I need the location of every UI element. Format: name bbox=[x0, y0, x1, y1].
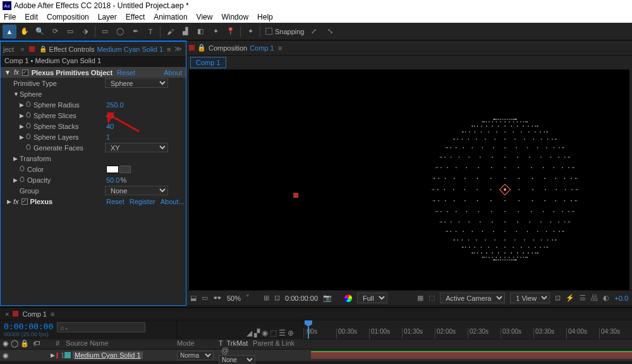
reset-exposure-icon[interactable]: ◐ bbox=[603, 294, 609, 302]
stopwatch-icon[interactable]: Ö bbox=[26, 112, 33, 119]
lock-col-icon[interactable]: 🔒 bbox=[20, 339, 29, 349]
twirl-icon[interactable]: ▶ bbox=[7, 198, 13, 205]
menu-edit[interactable]: Edit bbox=[25, 13, 38, 21]
twirl-icon[interactable]: ▶ bbox=[20, 102, 26, 108]
snapshot-icon[interactable]: 📷 bbox=[323, 294, 332, 302]
generate-faces-select[interactable]: XY bbox=[105, 143, 168, 152]
sphere-stacks-value[interactable]: 40 bbox=[105, 123, 186, 130]
reset-link[interactable]: Reset bbox=[106, 198, 125, 205]
layer-track[interactable] bbox=[310, 349, 632, 361]
effect-controls-layer[interactable]: Medium Cyan Solid 1 bbox=[97, 46, 164, 53]
tab-menu-icon[interactable]: ≡ bbox=[167, 46, 171, 53]
panel-menu-icon[interactable]: ≫ bbox=[174, 45, 182, 53]
ellipse-tool-icon[interactable]: ◯ bbox=[113, 25, 127, 39]
stopwatch-icon[interactable]: Ö bbox=[20, 176, 27, 183]
snap-edge-icon[interactable]: ⤢ bbox=[307, 25, 321, 39]
twirl-icon[interactable]: ▶ bbox=[13, 155, 20, 162]
local-axis-icon[interactable]: ✦ bbox=[243, 25, 257, 39]
view-count-select[interactable]: 1 View bbox=[510, 293, 550, 303]
twirl-icon[interactable]: ▶ bbox=[20, 112, 26, 119]
menu-layer[interactable]: Layer bbox=[98, 13, 117, 21]
effect-header-plexus-primitives[interactable]: ▼ fx ✓ Plexus Primitives Object Reset Ab… bbox=[1, 67, 186, 78]
search-input[interactable] bbox=[57, 322, 145, 332]
puppet-tool-icon[interactable]: 📍 bbox=[224, 25, 238, 39]
frame-blend-icon[interactable]: ▞ bbox=[254, 329, 260, 337]
timeline-tab[interactable]: Comp 1 bbox=[22, 310, 47, 318]
fast-preview-icon[interactable]: ⚡ bbox=[566, 294, 574, 302]
camera-select[interactable]: Active Camera bbox=[440, 293, 505, 303]
show-hide-icon[interactable]: ⊕ bbox=[288, 329, 294, 337]
opacity-value[interactable]: 50.0 bbox=[106, 176, 119, 184]
transparency-grid-icon[interactable]: ▦ bbox=[417, 294, 423, 302]
orbit-tool-icon[interactable]: ⟳ bbox=[48, 25, 62, 39]
eye-icon[interactable]: ◉ bbox=[3, 339, 9, 349]
grid-button-icon[interactable]: ⊞ bbox=[264, 294, 269, 302]
zoom-tool-icon[interactable]: 🔍 bbox=[33, 25, 47, 39]
magnify-icon[interactable]: ⬓ bbox=[190, 294, 197, 302]
motion-blur-icon[interactable]: ◉ bbox=[262, 329, 268, 337]
shy-icon[interactable]: ◢ bbox=[246, 329, 252, 337]
label-color[interactable] bbox=[56, 353, 58, 358]
stopwatch-icon[interactable]: Ö bbox=[26, 123, 33, 130]
eyedropper-icon[interactable] bbox=[119, 166, 131, 173]
stopwatch-icon[interactable]: Ö bbox=[20, 166, 27, 173]
eraser-tool-icon[interactable]: ◧ bbox=[193, 25, 207, 39]
roto-tool-icon[interactable]: ✦ bbox=[209, 25, 222, 39]
menu-view[interactable]: View bbox=[197, 13, 213, 21]
lock-icon[interactable]: 🔒 bbox=[197, 44, 206, 52]
menu-effect[interactable]: Effect bbox=[126, 13, 145, 21]
chevron-down-icon[interactable]: ˅ bbox=[246, 294, 250, 302]
stopwatch-icon[interactable]: Ö bbox=[26, 101, 33, 108]
group-select[interactable]: None bbox=[105, 186, 168, 195]
visibility-toggle[interactable]: ◉ bbox=[3, 351, 9, 360]
selection-tool-icon[interactable]: ▲ bbox=[3, 25, 16, 39]
effect-enabled-checkbox[interactable]: ✓ bbox=[22, 70, 28, 76]
zoom-value[interactable]: 50% bbox=[227, 294, 241, 302]
snap-collapse-icon[interactable]: ⤡ bbox=[324, 25, 337, 39]
composition-tab-name[interactable]: Comp 1 bbox=[250, 44, 274, 52]
flowchart-icon[interactable]: 品 bbox=[591, 293, 598, 303]
comp-tab[interactable]: Comp 1 bbox=[190, 57, 226, 68]
tab-menu-icon[interactable]: ≡ bbox=[278, 44, 282, 52]
guides-icon[interactable]: ⊡ bbox=[274, 294, 280, 302]
twirl-icon[interactable]: ▶ bbox=[51, 352, 55, 358]
composition-viewer[interactable] bbox=[189, 70, 629, 290]
snapping-checkbox[interactable] bbox=[265, 28, 272, 35]
mask-icon[interactable]: 👓 bbox=[213, 294, 222, 302]
current-time[interactable]: 0:00:00:00 bbox=[285, 294, 318, 302]
menu-file[interactable]: File bbox=[4, 13, 16, 21]
twirl-icon[interactable]: ▶ bbox=[20, 134, 26, 140]
primitive-type-select[interactable]: Sphere bbox=[105, 78, 168, 88]
pen-tool-icon[interactable]: ✒ bbox=[128, 25, 142, 39]
camera-tool-icon[interactable]: ▭ bbox=[63, 25, 77, 39]
blend-mode-select[interactable]: Norma bbox=[177, 351, 214, 360]
hand-tool-icon[interactable]: ✋ bbox=[18, 25, 32, 39]
3d-view-icon[interactable]: ⬚ bbox=[428, 294, 435, 302]
resolution-select[interactable]: Full bbox=[357, 293, 387, 303]
project-tab-stub[interactable]: ject bbox=[3, 46, 14, 53]
brush-tool-icon[interactable]: 🖌 bbox=[163, 25, 177, 39]
twirl-icon[interactable]: ▼ bbox=[4, 69, 11, 76]
stopwatch-icon[interactable]: Ö bbox=[26, 133, 33, 140]
menu-composition[interactable]: Composition bbox=[47, 13, 89, 21]
draft-3d-icon[interactable]: ☰ bbox=[279, 329, 286, 337]
menu-help[interactable]: Help bbox=[257, 13, 273, 21]
pixel-aspect-icon[interactable]: ⊡ bbox=[555, 294, 561, 302]
register-link[interactable]: Register bbox=[130, 198, 155, 205]
channel-icon[interactable] bbox=[344, 294, 352, 302]
twirl-icon[interactable]: ▶ bbox=[20, 123, 26, 130]
lock-icon[interactable]: 🔒 bbox=[39, 46, 47, 52]
twirl-icon[interactable]: ▶ bbox=[13, 177, 20, 183]
sphere-layers-value[interactable]: 1 bbox=[105, 133, 186, 141]
tab-menu-icon[interactable]: ≡ bbox=[51, 310, 54, 318]
time-ruler[interactable]: :00s00:30s01:00s01:30s02:00s02:30s03:00s… bbox=[303, 320, 632, 339]
trkmat-select[interactable]: None bbox=[219, 355, 255, 365]
layer-name[interactable]: Medium Cyan Solid 1 bbox=[73, 351, 143, 359]
reset-link[interactable]: Reset bbox=[117, 69, 135, 76]
solo-icon[interactable]: ◯ bbox=[11, 339, 18, 349]
graph-editor-icon[interactable]: ⬚ bbox=[270, 329, 277, 337]
pan-behind-tool-icon[interactable]: ⬗ bbox=[78, 25, 92, 39]
about-link[interactable]: About... bbox=[161, 198, 185, 205]
label-col-icon[interactable]: 🏷 bbox=[33, 339, 40, 347]
close-icon[interactable]: × bbox=[5, 310, 9, 318]
